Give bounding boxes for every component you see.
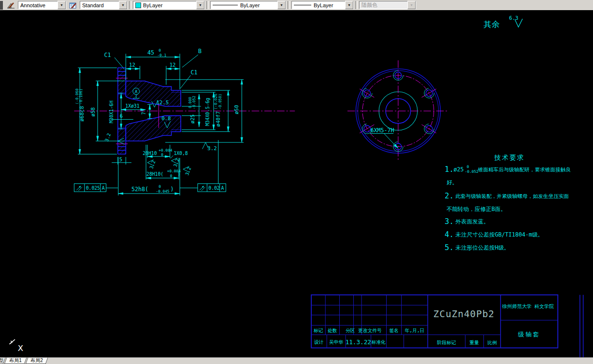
toolbar-separator [129,1,131,9]
dim-dia40: ø40f7 [215,111,221,126]
tech-req-item4-text: 未注尺寸公差按GB/TI1804-m级。 [455,231,543,238]
tab-layout2[interactable]: 布局2 [25,358,47,364]
text-style-value: Standard [82,2,104,8]
tech-req-item2b: 不能转动，应修正B面。 [447,206,506,212]
toolbar-separator [206,1,209,9]
ra-3-2: 3.2 [148,160,156,169]
dim-dia25: ø25 [189,114,196,124]
lineweight-control-combo[interactable]: ByLayer ▼ [291,1,354,9]
properties-toolbar: Annotative ▼ Standard ▼ ByLayer ▼ ByLaye… [0,0,593,11]
tech-req-item1-tol-bot: -0.052 [465,169,478,174]
datum-a-letter: A [135,89,138,94]
dim-slot28-tol-bot: 0 [170,174,173,178]
tech-req-title: 技术要求 [494,154,524,161]
color-control-combo[interactable]: ByLayer ▼ [133,1,205,9]
tb-label-zone: 分区 [346,328,355,333]
label-chamfer-c1-top: C1 [104,52,111,58]
plotstyle-value: 随颜色 [362,1,377,9]
dim-length45-tol-top: 0 [159,48,161,53]
ra-3-2: 3.2 [207,145,217,152]
tech-req-item4-num: 4. [445,230,454,239]
docked-toolbar-edge [0,1,3,10]
tb-label-change-doc: 更改文件号 [358,328,382,333]
tech-req-item2-text: 此套与级轴装配，并紧级轴螺母，如发生坐压实面 [455,193,569,199]
dim-chamfer31: 1Xø31 [125,103,139,109]
label-face-b: B [198,48,202,55]
dim-12-right: 12 [170,62,176,68]
dim-angle7: 7° [141,109,146,115]
chevron-down-icon: ▼ [407,1,416,9]
runout-icon [76,186,82,191]
technical-requirements: 技术要求 1. ø25 0 -0.052 锥面精车后与级轴配研，要求锥面接触良 … [445,154,571,252]
section-view: 45 0 -0.1 12 12 ø68c8 (-0.060 -0.106) ø5… [74,48,295,195]
color-swatch-cyan [135,2,141,8]
text-style-combo[interactable]: Standard ▼ [80,1,128,9]
tb-part-name: 级轴套 [518,331,541,338]
toolbar-separator [355,1,358,9]
plotstyle-control-combo: 随颜色 ▼ [359,1,416,9]
dim-thread-m30: M30X1-6H [109,100,114,123]
gdt-right-datum: A [221,185,224,191]
drawing-canvas: 45 0 -0.1 12 12 ø68c8 (-0.060 -0.106) ø5… [0,10,593,358]
tb-label-mark: 标记 [313,328,323,333]
dim-dia58: ø58 [90,107,96,116]
tb-label-count: 处数 [328,328,337,333]
lineweight-sample [294,5,311,5]
linetype-control-combo[interactable]: ByLayer ▼ [210,1,286,9]
dim-dia40-tol-bot: -0.050) [218,94,222,110]
gdt-frame-left: 0.025 A [74,184,117,192]
tech-req-item3-text: 外表面发蓝。 [455,218,489,225]
tb-label-design: 设计 [314,339,324,345]
standard-style-icon[interactable] [67,1,79,10]
chevron-down-icon[interactable]: ▼ [277,1,286,9]
dim-length52: 52h8( [131,186,148,193]
tb-label-sign: 签名 [389,328,398,333]
annotation-scale-value: Annotative [20,2,45,8]
gdt-left-value: 0.025 [86,185,100,191]
dim-length52-close: ) [171,186,174,193]
dim-slot20: 20H10 [143,151,157,156]
dim-length52-tol-bot: -0.045 [156,189,169,194]
gdt-right-value: 0.02 [208,185,220,191]
ucs-x-label: X [18,344,23,353]
color-value: ByLayer [143,2,162,8]
dim-thread-m34: M34X0.5-6g [205,98,210,126]
dim-slot28: 28H10( [146,171,163,177]
tb-college: 科文学院 [535,304,554,309]
tech-req-item1-tol-top: 0 [467,165,469,169]
tb-label-date: 年,月,日 [405,328,424,333]
annotation-scale-combo[interactable]: Annotative ▼ [18,1,66,9]
annotation-scale-icon[interactable] [5,1,17,10]
sheet-border [580,295,583,358]
dim-slot20-tol-top: +0.084 [159,148,172,153]
chevron-down-icon[interactable]: ▼ [119,1,127,9]
layout-tab-bar: 模型 布局1 布局2 [0,357,593,364]
dim-chamfer08: 1X0,8 [174,151,188,156]
linetype-sample [213,5,238,5]
tech-req-item1-dim: ø25 [454,166,464,173]
ra-12-5: 12.5 [156,99,169,106]
tech-req-item5-num: 5. [445,243,454,252]
end-view: 6XM5-7H [347,60,449,162]
tab-layout1[interactable]: 布局1 [4,358,27,364]
drawing-area[interactable]: 45 0 -0.1 12 12 ø68c8 (-0.060 -0.106) ø5… [0,10,593,358]
ra-3-2: 3.2 [184,166,192,176]
gdt-frame-right: 0.02 A [180,184,226,192]
tech-req-item5-text: 未注形位公差按H级。 [455,244,509,251]
dim-length45: 45 [147,49,154,56]
dim-dia40-tol-top: (-0.026 [214,94,218,110]
tech-req-item1-num: 1. [445,165,454,174]
dim-12-left: 12 [129,62,135,68]
lineweight-value: ByLayer [314,2,333,8]
tb-label-standardize: 标准化 [371,339,386,345]
general-roughness-prefix: 其余 [484,20,500,29]
toolbar-separator [288,1,290,9]
dim-dia50: ø50 [233,105,240,114]
tb-date: 11.3.22 [346,338,371,346]
thread-note: 6XM5-7H [371,127,394,134]
chevron-down-icon[interactable]: ▼ [196,1,204,9]
chevron-down-icon[interactable]: ▼ [58,1,66,9]
title-block: 标记 处数 分区 更改文件号 签名 年,月,日 设计 吴申华 11.3.22 标… [311,295,583,358]
tb-label-scale: 比例 [487,340,497,345]
chevron-down-icon[interactable]: ▼ [345,1,353,9]
